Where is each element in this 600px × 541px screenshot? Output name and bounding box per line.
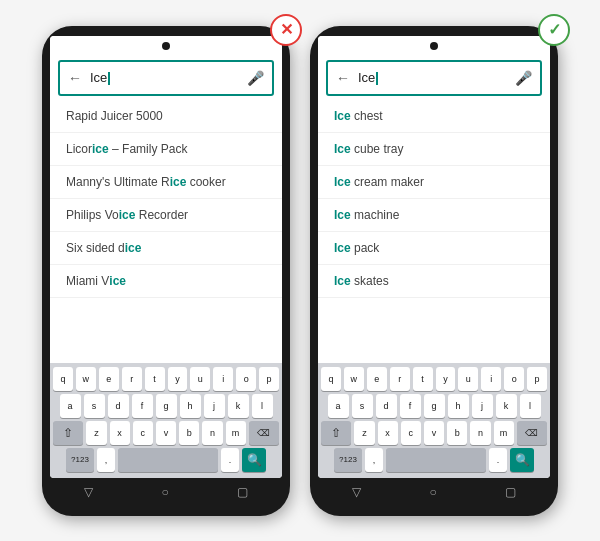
key-r[interactable]: r	[122, 367, 142, 391]
search-key[interactable]: 🔍	[242, 448, 266, 472]
period-key[interactable]: .	[221, 448, 239, 472]
key-l[interactable]: l	[252, 394, 273, 418]
list-item[interactable]: Ice skates	[318, 265, 550, 298]
key-w-g[interactable]: w	[344, 367, 364, 391]
key-o[interactable]: o	[236, 367, 256, 391]
space-key-g[interactable]	[386, 448, 486, 472]
key-h-g[interactable]: h	[448, 394, 469, 418]
key-z-g[interactable]: z	[354, 421, 374, 445]
period-key-g[interactable]: .	[489, 448, 507, 472]
key-f[interactable]: f	[132, 394, 153, 418]
good-search-bar[interactable]: ← Ice 🎤	[326, 60, 542, 96]
key-b[interactable]: b	[179, 421, 199, 445]
comma-key-g[interactable]: ,	[365, 448, 383, 472]
key-s-g[interactable]: s	[352, 394, 373, 418]
key-v-g[interactable]: v	[424, 421, 444, 445]
key-k-g[interactable]: k	[496, 394, 517, 418]
bad-results-list: Rapid Juicer 5000 Licorice – Family Pack…	[50, 100, 282, 363]
bad-search-text[interactable]: Ice	[90, 70, 247, 85]
space-key[interactable]	[118, 448, 218, 472]
key-g[interactable]: g	[156, 394, 177, 418]
key-l-g[interactable]: l	[520, 394, 541, 418]
key-e-g[interactable]: e	[367, 367, 387, 391]
key-p[interactable]: p	[259, 367, 279, 391]
list-item[interactable]: Ice chest	[318, 100, 550, 133]
status-bar-bad	[50, 36, 282, 56]
good-phone: ← Ice 🎤 Ice chest Ice cube tray Ice crea…	[310, 26, 558, 516]
key-e[interactable]: e	[99, 367, 119, 391]
key-n-g[interactable]: n	[470, 421, 490, 445]
good-search-text[interactable]: Ice	[358, 70, 515, 85]
key-x[interactable]: x	[110, 421, 130, 445]
comma-key[interactable]: ,	[97, 448, 115, 472]
list-item[interactable]: Ice cube tray	[318, 133, 550, 166]
mic-icon-good[interactable]: 🎤	[515, 70, 532, 86]
key-h[interactable]: h	[180, 394, 201, 418]
key-g-g[interactable]: g	[424, 394, 445, 418]
back-arrow-icon[interactable]: ←	[68, 70, 82, 86]
key-u[interactable]: u	[190, 367, 210, 391]
back-arrow-icon-good[interactable]: ←	[336, 70, 350, 86]
num-key-g[interactable]: ?123	[334, 448, 362, 472]
key-i-g[interactable]: i	[481, 367, 501, 391]
key-a[interactable]: a	[60, 394, 81, 418]
kb-row2-good: a s d f g h j k l	[321, 394, 547, 418]
list-item[interactable]: Miami Vice	[50, 265, 282, 298]
keyboard-good: q w e r t y u i o p a s d f g h	[318, 363, 550, 478]
key-s[interactable]: s	[84, 394, 105, 418]
shift-key-g[interactable]: ⇧	[321, 421, 351, 445]
key-m-g[interactable]: m	[494, 421, 514, 445]
nav-back-icon[interactable]: ▽	[84, 485, 93, 499]
key-c-g[interactable]: c	[401, 421, 421, 445]
key-b-g[interactable]: b	[447, 421, 467, 445]
nav-home-icon[interactable]: ○	[161, 485, 168, 499]
key-j-g[interactable]: j	[472, 394, 493, 418]
key-p-g[interactable]: p	[527, 367, 547, 391]
key-o-g[interactable]: o	[504, 367, 524, 391]
shift-key[interactable]: ⇧	[53, 421, 83, 445]
key-v[interactable]: v	[156, 421, 176, 445]
nav-back-icon-g[interactable]: ▽	[352, 485, 361, 499]
key-c[interactable]: c	[133, 421, 153, 445]
key-j[interactable]: j	[204, 394, 225, 418]
key-u-g[interactable]: u	[458, 367, 478, 391]
good-phone-wrapper: ✓ ← Ice 🎤 Ice chest Ice cube tray Ice cr…	[310, 26, 558, 516]
list-item[interactable]: Ice machine	[318, 199, 550, 232]
key-a-g[interactable]: a	[328, 394, 349, 418]
key-d[interactable]: d	[108, 394, 129, 418]
key-f-g[interactable]: f	[400, 394, 421, 418]
bad-search-bar[interactable]: ← Ice 🎤	[58, 60, 274, 96]
backspace-key-g[interactable]: ⌫	[517, 421, 547, 445]
key-x-g[interactable]: x	[378, 421, 398, 445]
list-item[interactable]: Ice cream maker	[318, 166, 550, 199]
key-m[interactable]: m	[226, 421, 246, 445]
list-item[interactable]: Manny's Ultimate Rice cooker	[50, 166, 282, 199]
list-item[interactable]: Rapid Juicer 5000	[50, 100, 282, 133]
key-z[interactable]: z	[86, 421, 106, 445]
num-key[interactable]: ?123	[66, 448, 94, 472]
mic-icon-bad[interactable]: 🎤	[247, 70, 264, 86]
key-n[interactable]: n	[202, 421, 222, 445]
key-r-g[interactable]: r	[390, 367, 410, 391]
list-item[interactable]: Ice pack	[318, 232, 550, 265]
key-y-g[interactable]: y	[436, 367, 456, 391]
backspace-key[interactable]: ⌫	[249, 421, 279, 445]
search-key-g[interactable]: 🔍	[510, 448, 534, 472]
nav-recents-icon-g[interactable]: ▢	[505, 485, 516, 499]
list-item[interactable]: Philips Voice Recorder	[50, 199, 282, 232]
list-item[interactable]: Six sided dice	[50, 232, 282, 265]
key-t[interactable]: t	[145, 367, 165, 391]
key-q-g[interactable]: q	[321, 367, 341, 391]
nav-recents-icon[interactable]: ▢	[237, 485, 248, 499]
key-q[interactable]: q	[53, 367, 73, 391]
list-item[interactable]: Licorice – Family Pack	[50, 133, 282, 166]
kb-row3: ⇧ z x c v b n m ⌫	[53, 421, 279, 445]
nav-home-icon-g[interactable]: ○	[429, 485, 436, 499]
key-w[interactable]: w	[76, 367, 96, 391]
kb-row2: a s d f g h j k l	[53, 394, 279, 418]
key-y[interactable]: y	[168, 367, 188, 391]
key-t-g[interactable]: t	[413, 367, 433, 391]
key-d-g[interactable]: d	[376, 394, 397, 418]
key-i[interactable]: i	[213, 367, 233, 391]
key-k[interactable]: k	[228, 394, 249, 418]
